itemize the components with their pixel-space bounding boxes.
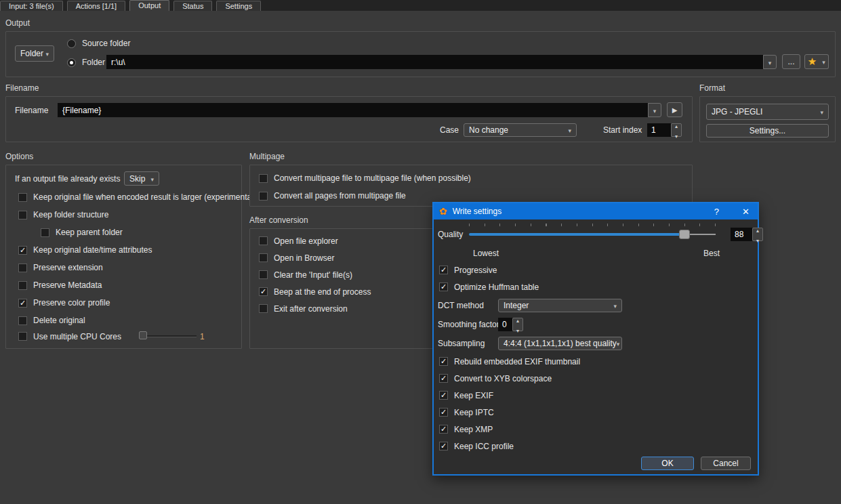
checkbox[interactable]: [259, 192, 268, 201]
favorites-dropdown-button[interactable]: [819, 54, 829, 69]
checkbox-row: Convert multipage file to multipage file…: [259, 169, 471, 187]
filename-insert-button[interactable]: [667, 102, 682, 117]
filename-history-button[interactable]: [648, 103, 661, 117]
format-settings-button[interactable]: Settings...: [706, 124, 829, 138]
checkbox[interactable]: [439, 425, 448, 434]
cpu-cores-slider-track[interactable]: [141, 335, 197, 337]
checkbox[interactable]: [439, 266, 448, 274]
case-value: No change: [469, 125, 508, 135]
checkbox-row: Delete original: [18, 312, 256, 329]
arrow-down-icon: [675, 131, 678, 140]
checkbox[interactable]: [259, 287, 268, 296]
smoothing-factor-label: Smoothing factor: [438, 319, 499, 330]
checkbox-label: Keep folder structure: [33, 210, 108, 219]
checkbox[interactable]: [439, 282, 448, 291]
cpu-cores-row: Use multiple CPU Cores 1: [18, 328, 235, 345]
help-button[interactable]: ?: [714, 207, 719, 217]
source-folder-radio[interactable]: [67, 39, 76, 48]
checkbox-label: Convert multipage file to multipage file…: [274, 173, 471, 183]
checkbox[interactable]: [18, 264, 27, 272]
checkbox-label: Keep XMP: [454, 425, 493, 434]
favorites-button[interactable]: [804, 54, 820, 69]
chevron-down-icon: [613, 301, 617, 310]
output-exists-dropdown[interactable]: Skip: [124, 171, 159, 186]
tab-input[interactable]: Input: 3 file(s): [0, 1, 63, 11]
output-exists-label: If an output file already exists: [15, 173, 120, 184]
quality-slider-track-filled[interactable]: [469, 233, 684, 236]
dialog-titlebar[interactable]: Write settings ?: [434, 203, 758, 219]
checkbox-row: Keep original file when encoded result i…: [18, 188, 256, 206]
output-path-history-button[interactable]: [763, 55, 777, 69]
cpu-cores-slider-handle[interactable]: [139, 331, 147, 339]
checkbox[interactable]: [439, 391, 448, 400]
close-icon[interactable]: [742, 207, 750, 217]
chevron-down-icon: [568, 125, 571, 135]
checkbox[interactable]: [18, 299, 27, 308]
format-dropdown[interactable]: JPG - JPEGLI: [706, 104, 829, 120]
checkbox[interactable]: [439, 442, 448, 450]
checkbox[interactable]: [259, 253, 268, 262]
quality-slider-handle[interactable]: [679, 230, 690, 239]
checkbox[interactable]: [259, 236, 268, 245]
tab-actions[interactable]: Actions [1/1]: [67, 1, 126, 11]
source-folder-label: Source folder: [82, 38, 130, 49]
checkbox-label: Beep at the end of process: [274, 287, 371, 297]
dct-method-label: DCT method: [438, 300, 484, 311]
ok-button[interactable]: OK: [641, 457, 694, 470]
checkbox[interactable]: [439, 374, 448, 383]
cpu-cores-checkbox[interactable]: [18, 332, 27, 341]
checkbox-row: Preserve extension: [18, 259, 256, 276]
tab-settings[interactable]: Settings: [216, 1, 261, 11]
play-icon: [672, 105, 678, 114]
tab-output[interactable]: Output: [129, 0, 169, 11]
checkbox[interactable]: [18, 211, 27, 219]
checkbox-label: Convert to XYB colorspace: [454, 374, 552, 383]
checkbox[interactable]: [18, 193, 27, 202]
checkbox[interactable]: [259, 174, 268, 183]
output-type-dropdown[interactable]: Folder: [15, 45, 54, 62]
cpu-cores-value: 1: [200, 331, 205, 342]
browse-folder-button[interactable]: ...: [782, 54, 800, 69]
case-dropdown[interactable]: No change: [464, 123, 577, 137]
checkbox[interactable]: [18, 316, 27, 325]
checkbox-row: Progressive: [439, 261, 539, 278]
checkbox-row: Keep EXIF: [439, 387, 580, 404]
output-path-input[interactable]: r:\u\: [106, 55, 763, 69]
checkbox[interactable]: [259, 270, 268, 279]
checkbox-label: Open in Browser: [274, 253, 334, 263]
stepper-arrows[interactable]: [671, 123, 682, 137]
checkbox-label: Preserve extension: [33, 263, 103, 272]
quality-stepper[interactable]: 88: [731, 228, 763, 241]
start-index-stepper[interactable]: 1: [647, 123, 682, 137]
checkbox[interactable]: [41, 228, 49, 237]
subsampling-dropdown[interactable]: 4:4:4 (1x1,1x1,1x1) best quality: [498, 337, 622, 350]
checkbox-row: Keep original date/time attributes: [18, 241, 256, 259]
cancel-button[interactable]: Cancel: [701, 457, 751, 470]
checkbox-row: Clear the 'Input' file(s): [259, 266, 371, 283]
arrow-up-icon: [675, 121, 678, 130]
checkbox[interactable]: [259, 304, 268, 313]
checkbox[interactable]: [439, 408, 448, 417]
dct-method-value: Integer: [504, 301, 529, 310]
checkbox-label: Clear the 'Input' file(s): [274, 270, 352, 280]
checkbox[interactable]: [439, 357, 448, 366]
checkbox[interactable]: [18, 281, 27, 290]
checkbox-label: Keep IPTC: [454, 408, 494, 417]
tab-status[interactable]: Status: [173, 1, 212, 11]
dct-method-dropdown[interactable]: Integer: [498, 299, 622, 312]
arrow-up-icon: [516, 315, 519, 324]
smoothing-factor-stepper[interactable]: 0: [498, 318, 523, 331]
chevron-down-icon: [45, 49, 49, 58]
folder-radio[interactable]: [67, 58, 76, 67]
checkbox[interactable]: [18, 246, 27, 255]
checkbox-row: Rebuild embedded EXIF thumbnail: [439, 353, 580, 370]
stepper-arrows[interactable]: [512, 318, 523, 331]
smoothing-factor-value: 0: [498, 318, 512, 331]
dialog-title: Write settings: [453, 207, 714, 216]
stepper-arrows[interactable]: [752, 228, 763, 241]
filename-pattern-input[interactable]: {Filename}: [58, 103, 648, 117]
chevron-down-icon: [617, 339, 620, 348]
chevron-down-icon: [820, 107, 823, 117]
quality-min-label: Lowest: [473, 248, 499, 259]
checkbox-label: Progressive: [454, 266, 497, 275]
